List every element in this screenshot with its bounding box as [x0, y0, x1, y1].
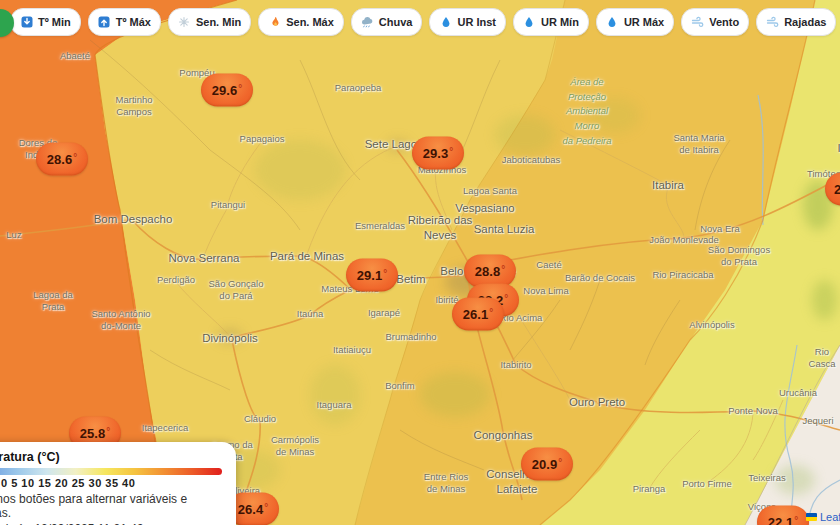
- toolbar-button-label: Vento: [709, 16, 739, 28]
- toolbar-button-label: Sen. Min: [196, 16, 241, 28]
- temp-badge-value: 26.1: [463, 307, 488, 322]
- temp-badge-value: 28.8: [475, 264, 500, 279]
- temp-badge-value: 25.8: [80, 426, 105, 441]
- map-label: Nova Lima: [523, 285, 568, 297]
- degree-symbol: °: [501, 264, 505, 275]
- map-label: Piranga: [633, 483, 666, 495]
- temp-badge-value: 2: [834, 182, 840, 197]
- temp-badge[interactable]: 28.6°: [36, 143, 88, 176]
- toolbar-button-label: Tº Min: [38, 16, 71, 28]
- legend-scale-labels: 0 5 10 15 20 25 30 35 40: [1, 477, 222, 489]
- toolbar-button-label: UR Máx: [624, 16, 664, 28]
- map-label: Papagaios: [240, 133, 285, 145]
- map-label: Luz: [6, 229, 21, 241]
- toolbar-button-label: UR Mín: [541, 16, 579, 28]
- leaflet-attribution-link[interactable]: Leaflet: [820, 511, 840, 523]
- degree-symbol: °: [504, 293, 508, 304]
- toolbar-button-ur-inst[interactable]: UR Inst: [429, 8, 506, 36]
- toolbar-button-vento[interactable]: Vento: [681, 8, 749, 36]
- temp-badge[interactable]: 29.3°: [412, 137, 464, 170]
- map-label: Betim: [396, 272, 425, 287]
- map-label: Divinópolis: [202, 331, 258, 346]
- map-label: Cláudio: [244, 413, 276, 425]
- map-label: São Gonçalo do Pará: [209, 278, 264, 303]
- map-label: São Domingos do Prata: [708, 244, 770, 269]
- map-label: Ribeirão das Neves: [408, 213, 473, 243]
- degree-symbol: °: [264, 502, 268, 513]
- toolbar: Tº MinTº MáxSen. MinSen. MáxChuvaUR Inst…: [10, 8, 840, 36]
- toolbar-button-ur-max[interactable]: UR Máx: [596, 8, 674, 36]
- map-label: Jaboticatubas: [502, 154, 561, 166]
- map-label: Lagoa Santa: [463, 185, 517, 197]
- toolbar-button-sen-max[interactable]: Sen. Máx: [258, 8, 344, 36]
- toolbar-button-sen-min[interactable]: Sen. Min: [168, 8, 251, 36]
- legend-gradient-bar: [0, 468, 222, 475]
- temp-down-icon: [20, 16, 33, 29]
- temp-badge-value: 22.1: [768, 515, 793, 525]
- toolbar-button-rajadas[interactable]: Rajadas: [756, 8, 836, 36]
- map-label: Porto Firme: [682, 478, 732, 490]
- rain-cloud-icon: [361, 16, 374, 29]
- wind-icon: [766, 16, 779, 29]
- temp-badge-value: 29.6: [212, 83, 237, 98]
- attribution: Leaflet: [806, 511, 840, 523]
- map-label: Ouro Preto: [569, 395, 625, 410]
- degree-symbol: °: [558, 457, 562, 468]
- legend-help-text: Clique nos botões para alternar variávei…: [0, 492, 222, 520]
- map-label: Abaeté: [60, 50, 90, 62]
- map-label: Brumadinho: [385, 331, 436, 343]
- temp-badge[interactable]: 22.1°: [757, 506, 809, 525]
- map-label: Paraopeba: [335, 82, 381, 94]
- temp-badge[interactable]: 29.6°: [201, 74, 253, 107]
- legend-title: Temperatura (°C): [0, 450, 222, 464]
- degree-symbol: °: [73, 152, 77, 163]
- map-label: Santa Luzia: [474, 222, 535, 237]
- toolbar-button-label: Tº Máx: [116, 16, 151, 28]
- map-label: Itapecerica: [142, 422, 188, 434]
- temp-badge[interactable]: 26.1°: [452, 298, 504, 331]
- droplet-icon: [606, 16, 619, 29]
- map-label: Perdigão: [157, 274, 195, 286]
- toolbar-button-temp-max[interactable]: Tº Máx: [88, 8, 161, 36]
- map-label: Itabirito: [500, 359, 531, 371]
- flame-icon: [268, 16, 281, 29]
- toolbar-button-label: Rajadas: [784, 16, 826, 28]
- map-label: Pitangui: [211, 199, 245, 211]
- map-label: Pará de Minas: [270, 249, 344, 264]
- temp-badge-value: 28.6: [47, 152, 72, 167]
- map-label: Bonfim: [385, 380, 415, 392]
- temp-badge[interactable]: 20.9°: [521, 448, 573, 481]
- toolbar-button-label: Chuva: [379, 16, 413, 28]
- toolbar-button-label: Sen. Máx: [286, 16, 334, 28]
- temp-badge-value: 29.3: [423, 146, 448, 161]
- temp-badge[interactable]: 29.1°: [346, 259, 398, 292]
- ukraine-flag-icon: [806, 513, 817, 521]
- map-label: Área de Proteção Ambiental Morro da Pedr…: [562, 75, 611, 149]
- degree-symbol: °: [489, 307, 493, 318]
- toolbar-button-ur-min[interactable]: UR Mín: [513, 8, 589, 36]
- map-label: Esmeraldas: [355, 220, 405, 232]
- map-label: Nova Serrana: [169, 251, 240, 266]
- droplet-icon: [523, 16, 536, 29]
- map-label: Urucânia: [779, 387, 817, 399]
- droplet-icon: [439, 16, 452, 29]
- map-label: Martinho Campos: [116, 94, 153, 119]
- map-label: Barão de Cocais: [565, 272, 635, 284]
- map-label: Rio Casca: [809, 346, 836, 371]
- map-label: Teixeiras: [748, 472, 786, 484]
- snowflake-icon: [178, 16, 191, 29]
- map-label: Igarapé: [368, 307, 400, 319]
- legend-panel: Temperatura (°C) 0 5 10 15 20 25 30 35 4…: [0, 442, 236, 525]
- map-label: Alvinópolis: [689, 319, 734, 331]
- degree-symbol: °: [238, 83, 242, 94]
- map-label: Jequeri: [802, 415, 833, 427]
- weather-map-app: AbaetéPompéuParaopebaMartinho CamposDore…: [0, 0, 840, 525]
- degree-symbol: °: [794, 515, 798, 525]
- map-label: Caeté: [536, 259, 561, 271]
- map-label: Rio Piracicaba: [652, 269, 713, 281]
- toolbar-button-chuva[interactable]: Chuva: [351, 8, 423, 36]
- toolbar-button-temp-min[interactable]: Tº Min: [10, 8, 81, 36]
- temp-badge-value: 26.4: [238, 502, 263, 517]
- temp-badge-value: 20.9: [532, 457, 557, 472]
- map-label: Santa Maria de Itabira: [673, 132, 724, 157]
